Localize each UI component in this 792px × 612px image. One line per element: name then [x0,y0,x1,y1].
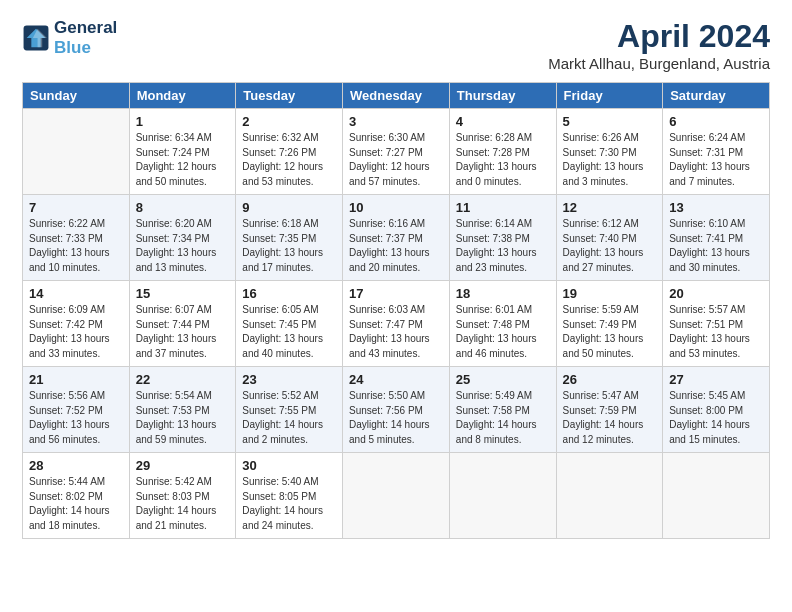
day-info: Sunrise: 6:07 AMSunset: 7:44 PMDaylight:… [136,303,230,361]
calendar-cell: 27Sunrise: 5:45 AMSunset: 8:00 PMDayligh… [663,367,770,453]
day-info: Sunrise: 5:49 AMSunset: 7:58 PMDaylight:… [456,389,550,447]
day-info: Sunrise: 5:57 AMSunset: 7:51 PMDaylight:… [669,303,763,361]
day-info: Sunrise: 5:50 AMSunset: 7:56 PMDaylight:… [349,389,443,447]
day-number: 9 [242,200,336,215]
calendar-cell: 11Sunrise: 6:14 AMSunset: 7:38 PMDayligh… [449,195,556,281]
day-info: Sunrise: 5:54 AMSunset: 7:53 PMDaylight:… [136,389,230,447]
day-number: 15 [136,286,230,301]
day-number: 8 [136,200,230,215]
day-number: 13 [669,200,763,215]
location: Markt Allhau, Burgenland, Austria [548,55,770,72]
day-number: 18 [456,286,550,301]
calendar-week-row: 28Sunrise: 5:44 AMSunset: 8:02 PMDayligh… [23,453,770,539]
calendar-cell: 5Sunrise: 6:26 AMSunset: 7:30 PMDaylight… [556,109,663,195]
header-thursday: Thursday [449,83,556,109]
calendar: SundayMondayTuesdayWednesdayThursdayFrid… [22,82,770,539]
day-info: Sunrise: 6:12 AMSunset: 7:40 PMDaylight:… [563,217,657,275]
calendar-header-row: SundayMondayTuesdayWednesdayThursdayFrid… [23,83,770,109]
day-info: Sunrise: 5:56 AMSunset: 7:52 PMDaylight:… [29,389,123,447]
day-number: 20 [669,286,763,301]
calendar-cell: 25Sunrise: 5:49 AMSunset: 7:58 PMDayligh… [449,367,556,453]
day-number: 23 [242,372,336,387]
calendar-week-row: 7Sunrise: 6:22 AMSunset: 7:33 PMDaylight… [23,195,770,281]
day-info: Sunrise: 6:20 AMSunset: 7:34 PMDaylight:… [136,217,230,275]
calendar-cell: 2Sunrise: 6:32 AMSunset: 7:26 PMDaylight… [236,109,343,195]
calendar-cell: 19Sunrise: 5:59 AMSunset: 7:49 PMDayligh… [556,281,663,367]
calendar-cell: 13Sunrise: 6:10 AMSunset: 7:41 PMDayligh… [663,195,770,281]
day-number: 1 [136,114,230,129]
calendar-cell: 24Sunrise: 5:50 AMSunset: 7:56 PMDayligh… [343,367,450,453]
calendar-cell: 22Sunrise: 5:54 AMSunset: 7:53 PMDayligh… [129,367,236,453]
calendar-cell: 29Sunrise: 5:42 AMSunset: 8:03 PMDayligh… [129,453,236,539]
logo-text: General Blue [54,18,117,57]
calendar-cell: 16Sunrise: 6:05 AMSunset: 7:45 PMDayligh… [236,281,343,367]
calendar-cell [449,453,556,539]
day-number: 26 [563,372,657,387]
day-info: Sunrise: 6:28 AMSunset: 7:28 PMDaylight:… [456,131,550,189]
calendar-cell: 10Sunrise: 6:16 AMSunset: 7:37 PMDayligh… [343,195,450,281]
calendar-cell: 15Sunrise: 6:07 AMSunset: 7:44 PMDayligh… [129,281,236,367]
day-info: Sunrise: 6:26 AMSunset: 7:30 PMDaylight:… [563,131,657,189]
page: General Blue April 2024 Markt Allhau, Bu… [0,0,792,612]
day-info: Sunrise: 6:22 AMSunset: 7:33 PMDaylight:… [29,217,123,275]
day-number: 14 [29,286,123,301]
day-number: 28 [29,458,123,473]
day-number: 22 [136,372,230,387]
calendar-cell: 18Sunrise: 6:01 AMSunset: 7:48 PMDayligh… [449,281,556,367]
calendar-cell: 8Sunrise: 6:20 AMSunset: 7:34 PMDaylight… [129,195,236,281]
calendar-cell [23,109,130,195]
calendar-cell: 6Sunrise: 6:24 AMSunset: 7:31 PMDaylight… [663,109,770,195]
day-info: Sunrise: 6:34 AMSunset: 7:24 PMDaylight:… [136,131,230,189]
header-tuesday: Tuesday [236,83,343,109]
day-info: Sunrise: 5:45 AMSunset: 8:00 PMDaylight:… [669,389,763,447]
title-block: April 2024 Markt Allhau, Burgenland, Aus… [548,18,770,72]
day-number: 5 [563,114,657,129]
day-number: 29 [136,458,230,473]
calendar-cell: 30Sunrise: 5:40 AMSunset: 8:05 PMDayligh… [236,453,343,539]
day-number: 11 [456,200,550,215]
calendar-cell: 23Sunrise: 5:52 AMSunset: 7:55 PMDayligh… [236,367,343,453]
day-info: Sunrise: 6:16 AMSunset: 7:37 PMDaylight:… [349,217,443,275]
day-number: 2 [242,114,336,129]
header-sunday: Sunday [23,83,130,109]
calendar-cell: 1Sunrise: 6:34 AMSunset: 7:24 PMDaylight… [129,109,236,195]
day-info: Sunrise: 5:44 AMSunset: 8:02 PMDaylight:… [29,475,123,533]
calendar-cell: 21Sunrise: 5:56 AMSunset: 7:52 PMDayligh… [23,367,130,453]
header: General Blue April 2024 Markt Allhau, Bu… [22,18,770,72]
calendar-week-row: 1Sunrise: 6:34 AMSunset: 7:24 PMDaylight… [23,109,770,195]
day-info: Sunrise: 5:52 AMSunset: 7:55 PMDaylight:… [242,389,336,447]
day-info: Sunrise: 6:14 AMSunset: 7:38 PMDaylight:… [456,217,550,275]
calendar-cell: 9Sunrise: 6:18 AMSunset: 7:35 PMDaylight… [236,195,343,281]
day-number: 16 [242,286,336,301]
day-number: 10 [349,200,443,215]
logo-icon [22,24,50,52]
header-saturday: Saturday [663,83,770,109]
month-year: April 2024 [548,18,770,55]
day-number: 30 [242,458,336,473]
day-info: Sunrise: 6:24 AMSunset: 7:31 PMDaylight:… [669,131,763,189]
calendar-cell: 12Sunrise: 6:12 AMSunset: 7:40 PMDayligh… [556,195,663,281]
calendar-cell: 20Sunrise: 5:57 AMSunset: 7:51 PMDayligh… [663,281,770,367]
logo: General Blue [22,18,117,57]
calendar-cell [343,453,450,539]
day-info: Sunrise: 6:03 AMSunset: 7:47 PMDaylight:… [349,303,443,361]
header-wednesday: Wednesday [343,83,450,109]
day-number: 3 [349,114,443,129]
day-info: Sunrise: 6:30 AMSunset: 7:27 PMDaylight:… [349,131,443,189]
day-number: 25 [456,372,550,387]
day-info: Sunrise: 5:47 AMSunset: 7:59 PMDaylight:… [563,389,657,447]
calendar-cell [663,453,770,539]
calendar-week-row: 21Sunrise: 5:56 AMSunset: 7:52 PMDayligh… [23,367,770,453]
calendar-cell: 28Sunrise: 5:44 AMSunset: 8:02 PMDayligh… [23,453,130,539]
day-info: Sunrise: 6:32 AMSunset: 7:26 PMDaylight:… [242,131,336,189]
day-number: 27 [669,372,763,387]
day-info: Sunrise: 5:59 AMSunset: 7:49 PMDaylight:… [563,303,657,361]
day-number: 21 [29,372,123,387]
calendar-cell: 17Sunrise: 6:03 AMSunset: 7:47 PMDayligh… [343,281,450,367]
day-info: Sunrise: 6:10 AMSunset: 7:41 PMDaylight:… [669,217,763,275]
day-info: Sunrise: 5:42 AMSunset: 8:03 PMDaylight:… [136,475,230,533]
day-number: 7 [29,200,123,215]
calendar-cell: 4Sunrise: 6:28 AMSunset: 7:28 PMDaylight… [449,109,556,195]
calendar-cell [556,453,663,539]
day-number: 17 [349,286,443,301]
